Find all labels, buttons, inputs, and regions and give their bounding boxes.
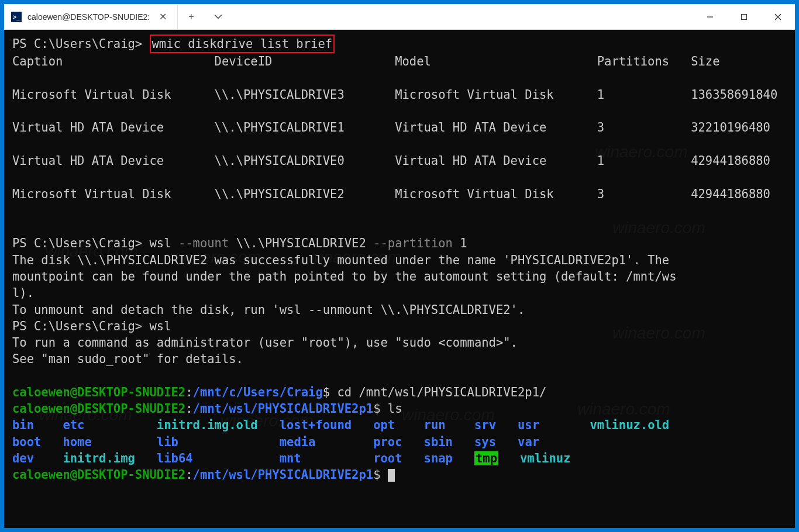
- ls-entry: etc: [63, 418, 84, 432]
- close-button[interactable]: [761, 4, 795, 29]
- ps-prompt: PS C:\Users\Craig>: [12, 37, 142, 51]
- ls-entry: mnt: [280, 451, 301, 465]
- cursor: [388, 469, 395, 482]
- ls-entry: sbin: [424, 435, 453, 449]
- ls-entry: srv: [474, 418, 496, 432]
- ls-entry: tmp: [474, 451, 498, 465]
- ls-entry: boot: [12, 435, 41, 449]
- close-tab-icon[interactable]: ✕: [156, 11, 170, 22]
- table-row: Microsoft Virtual Disk \\.\PHYSICALDRIVE…: [12, 187, 770, 201]
- ls-entry: opt: [373, 418, 395, 432]
- wsl-user-host: caloewen@DESKTOP-SNUDIE2: [12, 468, 185, 482]
- ls-entry: sys: [474, 435, 496, 449]
- watermark: winaero.com: [612, 217, 705, 240]
- ls-entry: run: [424, 418, 446, 432]
- ps-prompt: PS C:\Users\Craig>: [12, 319, 142, 333]
- ls-entry: lost+found: [280, 418, 352, 432]
- ls-entry: initrd.img: [63, 451, 135, 465]
- svg-rect-1: [742, 14, 747, 19]
- watermark: winaero.com: [612, 322, 705, 345]
- powershell-icon: >_: [11, 12, 22, 22]
- sudo-output: To run a command as administrator (user …: [12, 336, 518, 366]
- maximize-button[interactable]: [727, 4, 761, 29]
- ls-entry: dev: [12, 451, 34, 465]
- ls-entry: bin: [12, 418, 34, 432]
- watermark: winaero.com: [577, 398, 670, 421]
- table-header: Caption DeviceID Model Partitions Size: [12, 54, 720, 68]
- wsl-path: /mnt/wsl/PHYSICALDRIVE2p1: [193, 402, 374, 416]
- ls-entry: proc: [373, 435, 402, 449]
- table-row: Virtual HD ATA Device \\.\PHYSICALDRIVE1…: [12, 120, 770, 134]
- minimize-button[interactable]: [693, 4, 727, 29]
- ls-entry: vmlinuz.old: [590, 418, 669, 432]
- ls-entry: initrd.img.old: [157, 418, 258, 432]
- wsl-path: /mnt/wsl/PHYSICALDRIVE2p1: [193, 468, 374, 482]
- ls-entry: lib64: [157, 451, 193, 465]
- new-tab-button[interactable]: ＋: [178, 4, 205, 29]
- wsl-path: /mnt/c/Users/Craig: [193, 385, 323, 399]
- terminal-content[interactable]: PS C:\Users\Craig> wmic diskdrive list b…: [4, 30, 795, 528]
- ls-entry: root: [373, 451, 402, 465]
- terminal-tab[interactable]: >_ caloewen@DESKTOP-SNUDIE2: ✕: [4, 4, 178, 29]
- ls-entry: snap: [424, 451, 453, 465]
- terminal-window: >_ caloewen@DESKTOP-SNUDIE2: ✕ ＋ PS C:\U…: [4, 4, 795, 528]
- mount-output: The disk \\.\PHYSICALDRIVE2 was successf…: [12, 253, 676, 317]
- highlighted-command: wmic diskdrive list brief: [150, 34, 335, 53]
- ls-entry: usr: [518, 418, 539, 432]
- table-row: Microsoft Virtual Disk \\.\PHYSICALDRIVE…: [12, 88, 777, 102]
- ls-entry: media: [280, 435, 316, 449]
- ps-prompt: PS C:\Users\Craig>: [12, 236, 142, 250]
- wsl-user-host: caloewen@DESKTOP-SNUDIE2: [12, 385, 185, 399]
- table-row: Virtual HD ATA Device \\.\PHYSICALDRIVE0…: [12, 154, 770, 168]
- tab-title: caloewen@DESKTOP-SNUDIE2:: [27, 12, 150, 22]
- tab-dropdown-button[interactable]: [205, 4, 232, 29]
- titlebar: >_ caloewen@DESKTOP-SNUDIE2: ✕ ＋: [4, 4, 795, 30]
- wsl-user-host: caloewen@DESKTOP-SNUDIE2: [12, 402, 185, 416]
- ls-entry: var: [518, 435, 539, 449]
- ls-entry: vmlinuz: [520, 451, 570, 465]
- ls-entry: lib: [157, 435, 178, 449]
- window-controls: [693, 4, 795, 29]
- ls-entry: home: [63, 435, 91, 449]
